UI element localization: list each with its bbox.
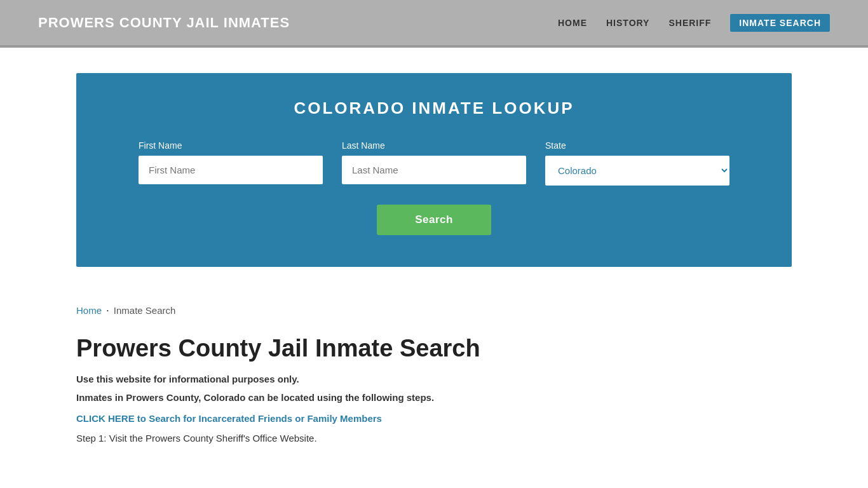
- last-name-label: Last Name: [342, 140, 526, 151]
- nav-inmate-search[interactable]: INMATE SEARCH: [730, 14, 830, 32]
- breadcrumb: Home • Inmate Search: [0, 292, 868, 329]
- nav-sheriff[interactable]: SHERIFF: [668, 18, 711, 28]
- form-row: First Name Last Name State Colorado: [114, 140, 754, 186]
- main-nav: HOME HISTORY SHERIFF INMATE SEARCH: [558, 14, 830, 32]
- state-group: State Colorado: [545, 140, 729, 186]
- site-header: PROWERS COUNTY JAIL INMATES HOME HISTORY…: [0, 0, 868, 48]
- info-text-1: Use this website for informational purpo…: [76, 374, 792, 384]
- breadcrumb-current: Inmate Search: [114, 305, 176, 316]
- nav-history[interactable]: HISTORY: [606, 18, 649, 28]
- info-text-2: Inmates in Prowers County, Colorado can …: [76, 392, 792, 403]
- page-title: Prowers County Jail Inmate Search: [76, 335, 792, 362]
- search-btn-wrapper: Search: [114, 205, 754, 235]
- first-name-group: First Name: [139, 140, 323, 186]
- state-select[interactable]: Colorado: [545, 156, 729, 186]
- main-content: Prowers County Jail Inmate Search Use th…: [0, 329, 868, 474]
- last-name-group: Last Name: [342, 140, 526, 186]
- search-link[interactable]: CLICK HERE to Search for Incarcerated Fr…: [76, 413, 792, 424]
- last-name-input[interactable]: [342, 156, 526, 184]
- first-name-label: First Name: [139, 140, 323, 151]
- state-label: State: [545, 140, 729, 151]
- search-banner: COLORADO INMATE LOOKUP First Name Last N…: [76, 73, 792, 267]
- nav-home[interactable]: HOME: [558, 18, 587, 28]
- banner-title: COLORADO INMATE LOOKUP: [114, 98, 754, 118]
- breadcrumb-separator: •: [107, 308, 109, 313]
- first-name-input[interactable]: [139, 156, 323, 184]
- search-button[interactable]: Search: [377, 205, 491, 235]
- site-title: PROWERS COUNTY JAIL INMATES: [38, 15, 290, 31]
- breadcrumb-home-link[interactable]: Home: [76, 305, 102, 316]
- step-1-text: Step 1: Visit the Prowers County Sheriff…: [76, 433, 792, 444]
